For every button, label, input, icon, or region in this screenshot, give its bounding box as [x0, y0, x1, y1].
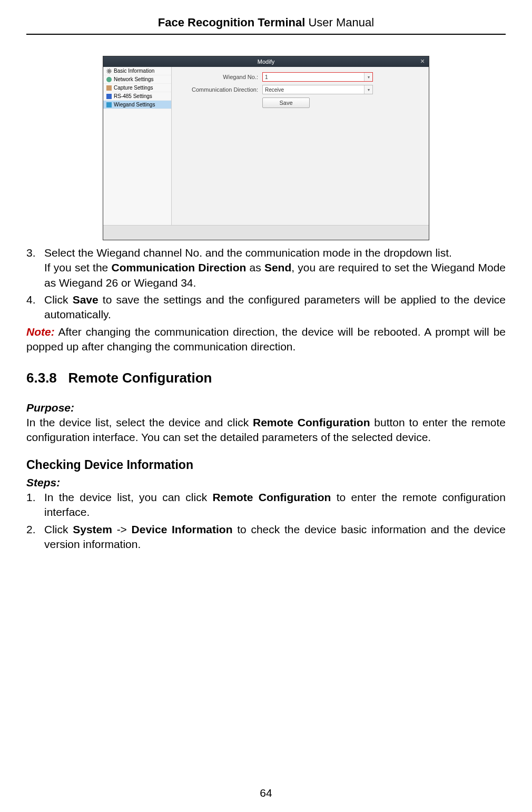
- list-number: 4.: [26, 292, 44, 322]
- save-button[interactable]: Save: [262, 97, 310, 108]
- text-bold: Remote Configuration: [212, 491, 331, 503]
- text-bold: System: [73, 523, 112, 535]
- header-bold: Face Recognition Terminal: [158, 16, 306, 29]
- text: In the device list, you can click: [44, 491, 212, 503]
- list-number: 2.: [26, 522, 44, 552]
- sidebar-item-capture-settings[interactable]: Capture Settings: [103, 84, 171, 92]
- page-header: Face Recognition Terminal User Manual: [26, 16, 506, 35]
- sidebar-item-wiegand-settings[interactable]: Wiegand Settings: [103, 101, 171, 109]
- text: Select the Wiegand channel No. and the c…: [44, 247, 452, 259]
- modify-dialog-screenshot: Modify × Basic Information Network Setti…: [103, 56, 429, 240]
- sidebar-item-label: Capture Settings: [114, 85, 153, 91]
- list-item: 2. Click System -> Device Information to…: [26, 522, 506, 552]
- sidebar-item-label: Basic Information: [114, 68, 154, 74]
- note-text: After changing the communication directi…: [26, 326, 506, 353]
- purpose-paragraph: In the device list, select the device an…: [26, 415, 506, 445]
- section-heading: 6.3.8 Remote Configuration: [26, 369, 506, 387]
- comm-direction-label: Communication Direction:: [178, 86, 262, 93]
- sidebar-item-network-settings[interactable]: Network Settings: [103, 75, 171, 84]
- text: Click: [44, 294, 73, 306]
- page-number: 64: [0, 787, 532, 799]
- text: to save the settings and the configured …: [44, 294, 506, 320]
- gear-icon: [106, 69, 112, 74]
- dialog-form: Wiegand No.: 1 ▾ Communication Direction…: [172, 67, 429, 225]
- list-item: 3. Select the Wiegand channel No. and th…: [26, 246, 506, 290]
- close-icon[interactable]: ×: [418, 56, 427, 67]
- heading-title: Remote Configuration: [64, 370, 212, 386]
- wiegand-no-value: 1: [265, 74, 268, 80]
- wiegand-no-label: Wiegand No.:: [178, 74, 262, 80]
- heading-number: 6.3.8: [26, 369, 57, 387]
- steps-label: Steps:: [26, 475, 506, 490]
- wiegand-icon: [106, 102, 112, 107]
- network-icon: [106, 77, 112, 82]
- note-paragraph: Note: After changing the communication d…: [26, 325, 506, 355]
- comm-direction-dropdown[interactable]: Receive ▾: [262, 85, 373, 94]
- dialog-title: Modify: [258, 58, 274, 65]
- rs485-icon: [106, 94, 112, 99]
- text-bold: Communication Direction: [111, 261, 246, 273]
- text: Click: [44, 523, 73, 535]
- comm-direction-value: Receive: [265, 87, 284, 93]
- text-bold: Save: [73, 294, 98, 306]
- list-item: 4. Click Save to save the settings and t…: [26, 292, 506, 322]
- text: In the device list, select the device an…: [26, 416, 253, 428]
- text: ->: [112, 523, 132, 535]
- chevron-down-icon: ▾: [364, 73, 372, 81]
- sidebar-item-label: RS-485 Settings: [114, 93, 152, 99]
- text: as: [246, 261, 264, 273]
- text: If you set the: [44, 261, 111, 273]
- header-plain: User Manual: [305, 16, 374, 29]
- sidebar-item-label: Network Settings: [114, 76, 154, 82]
- wiegand-no-dropdown[interactable]: 1 ▾: [262, 72, 373, 82]
- sidebar-item-label: Wiegand Settings: [114, 102, 155, 107]
- text-bold: Remote Configuration: [253, 416, 370, 428]
- purpose-label: Purpose:: [26, 400, 506, 415]
- list-number: 1.: [26, 490, 44, 520]
- sidebar-item-basic-information[interactable]: Basic Information: [103, 67, 171, 75]
- dialog-footer: [103, 225, 429, 240]
- dialog-sidebar: Basic Information Network Settings Captu…: [103, 67, 172, 225]
- list-number: 3.: [26, 246, 44, 290]
- capture-icon: [106, 85, 112, 91]
- sidebar-item-rs485-settings[interactable]: RS-485 Settings: [103, 92, 171, 101]
- list-item: 1. In the device list, you can click Rem…: [26, 490, 506, 520]
- note-label: Note:: [26, 326, 55, 338]
- chevron-down-icon: ▾: [364, 85, 372, 94]
- text-bold: Device Information: [132, 523, 233, 535]
- text-bold: Send: [264, 261, 291, 273]
- subsection-heading: Checking Device Information: [26, 457, 506, 473]
- dialog-titlebar: Modify ×: [103, 56, 429, 67]
